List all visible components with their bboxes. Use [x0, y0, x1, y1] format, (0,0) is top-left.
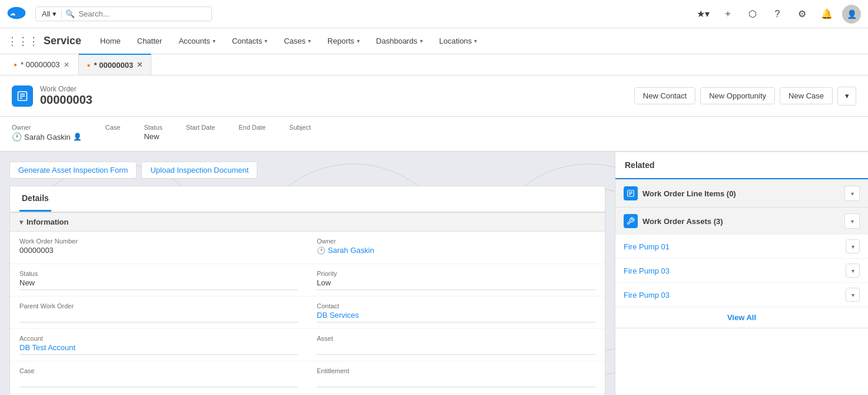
left-panel: Generate Asset Inspection Form Upload In… — [0, 152, 615, 395]
detail-contact-value[interactable]: DB Services — [317, 311, 595, 322]
new-contact-button[interactable]: New Contact — [634, 87, 695, 104]
detail-status-value[interactable]: New — [19, 278, 298, 290]
asset-item-dropdown-0[interactable]: ▾ — [846, 239, 860, 254]
details-tabs-bar: Details — [10, 186, 605, 213]
detail-asset: Asset ✎ — [307, 329, 605, 361]
header-more-actions-button[interactable]: ▾ — [837, 87, 856, 106]
related-line-items-left: Work Order Line Items (0) — [624, 186, 736, 200]
owner-link[interactable]: Sarah Gaskin — [24, 133, 71, 141]
detail-wo-number-value: 00000003 — [19, 246, 298, 258]
owner-change-icon[interactable]: 👤 — [73, 133, 82, 141]
detail-status-label: Status — [19, 270, 298, 277]
notifications-icon[interactable]: 🔔 — [817, 5, 836, 24]
nav-item-cases[interactable]: Cases ▾ — [277, 28, 318, 54]
nav-item-chatter[interactable]: Chatter — [130, 28, 170, 54]
detail-priority: Priority Low ✎ — [307, 264, 605, 297]
generate-form-button[interactable]: Generate Asset Inspection Form — [9, 162, 137, 179]
detail-priority-value[interactable]: Low — [317, 278, 595, 290]
search-type-selector[interactable]: All ▾ — [42, 9, 62, 18]
case-label: Case — [105, 124, 121, 131]
detail-account-label: Account — [19, 335, 298, 342]
related-tab[interactable]: Related — [615, 152, 868, 179]
detail-work-order-number: Work Order Number 00000003 — [10, 232, 307, 264]
detail-owner-value[interactable]: 🕐 Sarah Gaskin — [317, 246, 595, 258]
nav-item-accounts[interactable]: Accounts ▾ — [171, 28, 222, 54]
favorites-icon[interactable]: ★▾ — [694, 5, 713, 24]
detail-owner: Owner 🕐 Sarah Gaskin ✎ — [307, 232, 605, 264]
tab-wo-1[interactable]: ● * 00000003 ✕ — [5, 54, 78, 75]
global-search-bar[interactable]: All ▾ 🔍 — [35, 6, 212, 21]
detail-priority-label: Priority — [317, 270, 595, 277]
related-section-line-items: Work Order Line Items (0) ▾ — [615, 180, 868, 208]
related-assets-left: Work Order Assets (3) — [624, 214, 723, 228]
nav-item-reports[interactable]: Reports ▾ — [320, 28, 367, 54]
nav-item-locations[interactable]: Locations ▾ — [432, 28, 485, 54]
detail-case-value[interactable] — [19, 376, 298, 387]
nav-item-contacts[interactable]: Contacts ▾ — [225, 28, 274, 54]
user-avatar[interactable]: 👤 — [842, 5, 861, 24]
field-case: Case — [105, 124, 121, 141]
asset-link-0[interactable]: Fire Pump 01 — [624, 242, 670, 251]
detail-account-value[interactable]: DB Test Account — [19, 343, 298, 355]
new-opportunity-button[interactable]: New Opportunity — [700, 87, 775, 104]
new-case-button[interactable]: New Case — [780, 87, 833, 104]
assets-dropdown[interactable]: ▾ — [844, 213, 860, 229]
wo-number: 00000003 — [40, 93, 92, 107]
asset-item-dropdown-2[interactable]: ▾ — [846, 288, 860, 302]
setup-gear-icon[interactable]: ⚙ — [793, 5, 811, 24]
search-input[interactable] — [78, 9, 206, 18]
detail-parent-wo-value[interactable] — [19, 311, 298, 322]
information-section-header: ▾ Information — [10, 213, 605, 232]
detail-entitlement-label: Entitlement — [317, 367, 595, 374]
asset-item-2: Fire Pump 03 ▾ — [615, 283, 868, 307]
related-line-items-header[interactable]: Work Order Line Items (0) ▾ — [615, 180, 868, 207]
main-content: Generate Asset Inspection Form Upload In… — [0, 152, 868, 395]
contacts-chevron: ▾ — [264, 38, 267, 44]
detail-parent-wo-label: Parent Work Order — [19, 302, 298, 310]
tab-close-1[interactable]: ✕ — [64, 61, 69, 69]
line-items-dropdown[interactable]: ▾ — [844, 186, 860, 201]
search-icon: 🔍 — [65, 9, 75, 18]
tab-modified-dot-2: ● — [87, 62, 91, 68]
field-owner: Owner 🕐 Sarah Gaskin 👤 — [12, 124, 82, 141]
help-icon[interactable]: ? — [768, 5, 787, 24]
detail-asset-label: Asset — [317, 335, 595, 342]
reports-chevron: ▾ — [357, 38, 360, 44]
setup-switcher-icon[interactable]: ⬡ — [743, 5, 762, 24]
nav-item-dashboards[interactable]: Dashboards ▾ — [369, 28, 430, 54]
add-icon[interactable]: ＋ — [718, 5, 737, 24]
end-date-label: End Date — [238, 124, 266, 131]
line-items-label: Work Order Line Items (0) — [642, 189, 736, 198]
search-type-chevron[interactable]: ▾ — [52, 9, 57, 18]
tab-details[interactable]: Details — [19, 186, 51, 212]
detail-contact-label: Contact — [317, 302, 595, 310]
right-panel: Related Work Order Line Items (0) ▾ — [615, 152, 868, 395]
upload-doc-button[interactable]: Upload Inspection Document — [141, 162, 257, 179]
salesforce-logo[interactable]: ☁ — [7, 4, 26, 24]
asset-item-1: Fire Pump 03 ▾ — [615, 259, 868, 283]
tab-close-2[interactable]: ✕ — [137, 61, 143, 69]
asset-item-dropdown-1[interactable]: ▾ — [846, 264, 860, 278]
work-order-header: Work Order 00000003 New Contact New Oppo… — [0, 75, 868, 117]
detail-status: Status New ✎ — [10, 264, 307, 297]
detail-asset-value[interactable] — [317, 343, 595, 355]
cases-chevron: ▾ — [308, 38, 311, 44]
field-start-date: Start Date — [186, 124, 216, 141]
owner-clock-icon: 🕐 — [12, 132, 22, 141]
tab-wo-2[interactable]: ● * 00000003 ✕ — [78, 54, 152, 75]
section-toggle[interactable]: ▾ — [19, 218, 23, 226]
accounts-chevron: ▾ — [213, 38, 216, 44]
tabs-bar: ● * 00000003 ✕ ● * 00000003 ✕ — [0, 54, 868, 75]
line-items-icon — [624, 186, 638, 200]
asset-link-2[interactable]: Fire Pump 03 — [624, 291, 670, 299]
detail-account: Account DB Test Account ✎ — [10, 329, 307, 361]
detail-entitlement-value[interactable] — [317, 376, 595, 387]
nav-item-home[interactable]: Home — [93, 28, 128, 54]
detail-case-label: Case — [19, 367, 298, 374]
dashboards-chevron: ▾ — [420, 38, 423, 44]
app-launcher-icon[interactable]: ⋮⋮⋮ — [7, 35, 39, 48]
asset-link-1[interactable]: Fire Pump 03 — [624, 266, 670, 275]
view-all-assets[interactable]: View All — [615, 307, 868, 328]
related-assets-header[interactable]: Work Order Assets (3) ▾ — [615, 208, 868, 235]
detail-contact: Contact DB Services ✎ — [307, 297, 605, 329]
